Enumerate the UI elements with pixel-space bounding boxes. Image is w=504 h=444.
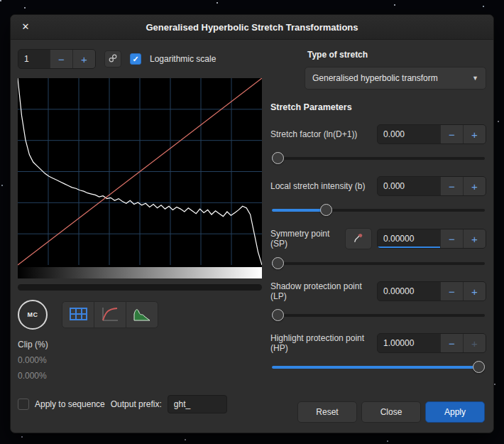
shadow-protection-input[interactable] [378, 282, 440, 300]
param-label: Highlight protection point (HP) [270, 333, 377, 353]
decrement-button[interactable]: − [440, 125, 463, 144]
stretch-factor-spinbox: − + [377, 124, 486, 144]
channel-increment-button[interactable]: + [72, 50, 95, 68]
action-buttons-row: Reset Close Apply [270, 401, 486, 424]
param-stretch-factor: Stretch factor (ln(D+1)) − + [270, 124, 486, 164]
dialog-content: − + ✓ Logarithmic s [11, 40, 493, 433]
histogram-icon [133, 307, 150, 323]
slider-track [272, 157, 485, 160]
close-icon: ✕ [22, 21, 30, 32]
dropdown-selected-text: Generalised hyperbolic transform [312, 73, 438, 83]
apply-to-sequence-label: Apply to sequence [35, 399, 105, 409]
slider-track [272, 314, 485, 317]
shadow-protection-spinbox: − + [377, 281, 486, 301]
param-shadow-protection: Shadow protection point (LP) − + [270, 281, 486, 321]
decrement-button[interactable]: − [440, 177, 463, 195]
channel-input[interactable] [18, 50, 50, 68]
ghs-dialog: ✕ Generalised Hyperbolic Stretch Transfo… [10, 14, 494, 433]
titlebar: ✕ Generalised Hyperbolic Stretch Transfo… [11, 15, 493, 40]
stretch-factor-input[interactable] [378, 125, 440, 144]
display-tools-row: MC [18, 300, 262, 330]
clip-label: Clip (%) [18, 340, 262, 350]
decrement-button[interactable]: − [440, 334, 463, 352]
param-label: Symmetry point (SP) [270, 229, 345, 249]
histogram-toggle-button[interactable] [126, 301, 158, 328]
chevron-down-icon: ▼ [472, 75, 478, 82]
channel-row: − + ✓ Logarithmic s [18, 48, 262, 70]
histogram-svg [18, 78, 262, 278]
output-prefix-label: Output prefix: [111, 399, 162, 409]
clip-value-shadows: 0.000% [18, 355, 262, 365]
stretch-factor-slider[interactable] [272, 152, 485, 164]
symmetry-point-slider[interactable] [272, 257, 485, 269]
grid-toggle-button[interactable] [62, 301, 94, 328]
param-symmetry-point: Symmetry point (SP) − [270, 228, 486, 269]
param-label: Stretch factor (ln(D+1)) [270, 129, 377, 139]
stretch-parameters-heading: Stretch Parameters [270, 102, 486, 112]
shadow-protection-slider[interactable] [272, 309, 485, 321]
dialog-title: Generalised Hyperbolic Stretch Transform… [11, 22, 493, 33]
decrement-button[interactable]: − [440, 229, 463, 248]
param-highlight-protection: Highlight protection point (HP) − + [270, 333, 486, 373]
log-scale-checkbox[interactable]: ✓ [130, 53, 141, 65]
desktop: ✕ Generalised Hyperbolic Stretch Transfo… [0, 0, 504, 444]
slider-track [272, 262, 485, 265]
param-label: Shadow protection point (LP) [270, 281, 377, 301]
log-scale-label: Logarithmic scale [150, 54, 216, 64]
curve-icon [102, 307, 119, 323]
slider-thumb[interactable] [320, 204, 332, 216]
display-toggle-group [62, 301, 158, 328]
local-intensity-input[interactable] [378, 177, 440, 195]
output-prefix-input[interactable] [168, 395, 227, 413]
highlight-protection-spinbox: − + [377, 333, 486, 353]
increment-button[interactable]: + [463, 282, 486, 300]
curve-toggle-button[interactable] [94, 301, 126, 328]
increment-button[interactable]: + [463, 334, 486, 352]
slider-thumb[interactable] [272, 309, 284, 321]
apply-button[interactable]: Apply [425, 401, 485, 423]
midtones-color-button[interactable]: MC [18, 300, 48, 330]
slider-thumb[interactable] [272, 257, 284, 269]
increment-button[interactable]: + [463, 229, 486, 248]
left-column: − + ✓ Logarithmic s [18, 47, 262, 424]
channel-decrement-button[interactable]: − [50, 50, 72, 68]
increment-button[interactable]: + [463, 125, 486, 144]
apply-to-sequence-checkbox[interactable]: ✓ [18, 399, 29, 410]
close-window-button[interactable]: ✕ [18, 19, 33, 35]
right-column: Type of stretch Generalised hyperbolic t… [270, 47, 486, 424]
param-label: Local stretch intensity (b) [270, 181, 377, 191]
decrement-button[interactable]: − [440, 282, 463, 300]
reset-button[interactable]: Reset [297, 401, 357, 423]
slider-fill [272, 209, 326, 212]
channel-spinbox: − + [18, 49, 96, 69]
slider-thumb[interactable] [272, 152, 284, 164]
checkbox-check-icon: ✓ [132, 55, 138, 63]
highlight-protection-slider[interactable] [272, 361, 485, 373]
close-button[interactable]: Close [361, 401, 421, 423]
local-intensity-spinbox: − + [377, 176, 486, 196]
eyedropper-icon [354, 232, 364, 245]
symmetry-point-input[interactable] [378, 229, 440, 248]
type-of-stretch-dropdown[interactable]: Generalised hyperbolic transform ▼ [305, 67, 486, 90]
increment-button[interactable]: + [463, 177, 486, 195]
type-of-stretch-label: Type of stretch [307, 50, 486, 60]
sequence-row: ✓ Apply to sequence Output prefix: [18, 395, 262, 413]
histogram-scrollbar[interactable] [18, 284, 262, 291]
link-icon [109, 54, 117, 65]
eyedropper-button[interactable] [345, 228, 372, 249]
local-intensity-slider[interactable] [272, 204, 485, 216]
slider-thumb[interactable] [473, 361, 485, 373]
grid-icon [69, 307, 87, 323]
param-local-intensity: Local stretch intensity (b) − + [270, 176, 486, 216]
link-toggle-button[interactable] [104, 50, 121, 67]
clip-value-highlights: 0.000% [18, 371, 262, 381]
histogram-plot[interactable] [18, 78, 262, 278]
slider-fill [272, 366, 478, 369]
symmetry-point-spinbox: − + [377, 229, 486, 249]
starfield-background [0, 0, 1, 1]
highlight-protection-input[interactable] [378, 334, 440, 352]
